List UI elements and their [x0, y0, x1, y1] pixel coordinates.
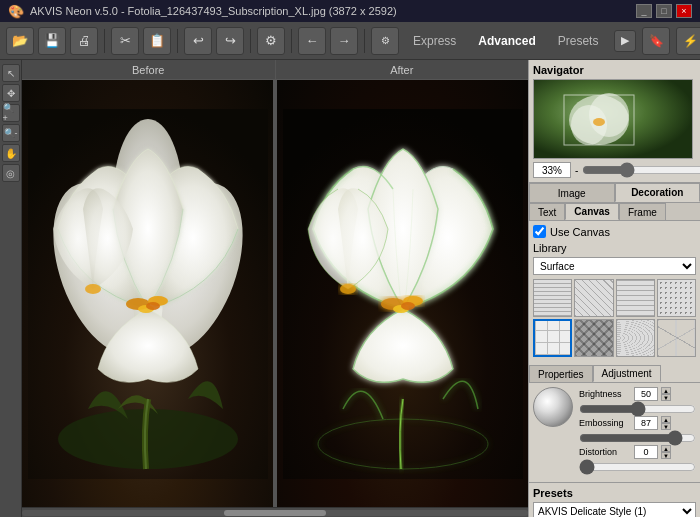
- arrow-left-button[interactable]: ←: [298, 27, 326, 55]
- minimize-button[interactable]: _: [636, 4, 652, 18]
- texture-lines[interactable]: [533, 279, 572, 317]
- separator-4: [291, 29, 292, 53]
- eyedrop-tool[interactable]: ◎: [2, 164, 20, 182]
- hand-tool[interactable]: ✋: [2, 144, 20, 162]
- prop-tab-group: Properties Adjustment: [529, 365, 700, 383]
- embossing-up[interactable]: ▲: [661, 416, 671, 423]
- close-button[interactable]: ×: [676, 4, 692, 18]
- use-canvas-label: Use Canvas: [550, 226, 610, 238]
- arrow-right-button[interactable]: →: [330, 27, 358, 55]
- tab-image[interactable]: Image: [529, 183, 615, 202]
- prop-tab-adjustment[interactable]: Adjustment: [593, 365, 661, 382]
- texture-dots[interactable]: [657, 279, 696, 317]
- prop-tab-properties[interactable]: Properties: [529, 365, 593, 382]
- extra-settings-button[interactable]: ⚙: [371, 27, 399, 55]
- navigator-preview[interactable]: [533, 79, 693, 159]
- settings-button[interactable]: ⚙: [257, 27, 285, 55]
- save-button[interactable]: 💾: [38, 27, 66, 55]
- texture-wave[interactable]: [616, 319, 655, 357]
- print-button[interactable]: 🖨: [70, 27, 98, 55]
- tab-presets[interactable]: Presets: [548, 31, 609, 51]
- zoom-input[interactable]: [533, 162, 571, 178]
- distortion-value[interactable]: [634, 445, 658, 459]
- adjustment-area: Brightness ▲ ▼ Embossing ▲: [529, 383, 700, 482]
- before-label: Before: [22, 60, 276, 79]
- zoom-row: - +: [533, 162, 696, 178]
- svg-point-8: [146, 302, 160, 310]
- bookmark-icon[interactable]: 🔖: [642, 27, 670, 55]
- mode-tabs-area: Express Advanced Presets ▶ 🔖 ⚡ ⚙ ●: [403, 27, 700, 55]
- flower-image: [22, 80, 273, 507]
- nav-preview-image: [534, 80, 692, 158]
- distortion-arrows: ▲ ▼: [661, 445, 671, 459]
- sub-tab-text[interactable]: Text: [529, 203, 565, 220]
- texture-coarse[interactable]: [574, 319, 613, 357]
- texture-noise[interactable]: [657, 319, 696, 357]
- presets-section: Presets AKVIS Delicate Style (1) Save De…: [529, 482, 700, 517]
- texture-diagonal[interactable]: [574, 279, 613, 317]
- distortion-up[interactable]: ▲: [661, 445, 671, 452]
- presets-dropdown[interactable]: AKVIS Delicate Style (1): [533, 502, 696, 517]
- brightness-row: Brightness ▲ ▼: [579, 387, 696, 401]
- brightness-slider[interactable]: [579, 404, 696, 414]
- embossing-value[interactable]: [634, 416, 658, 430]
- copy-button[interactable]: 📋: [143, 27, 171, 55]
- tab-decoration[interactable]: Decoration: [615, 183, 701, 202]
- separator-2: [177, 29, 178, 53]
- app-icon: 🎨: [8, 4, 24, 19]
- maximize-button[interactable]: □: [656, 4, 672, 18]
- svg-point-15: [401, 302, 415, 310]
- undo-button[interactable]: ↩: [184, 27, 212, 55]
- canvas-scrollbar[interactable]: [22, 507, 528, 517]
- flash-icon[interactable]: ⚡: [676, 27, 700, 55]
- navigator-section: Navigator: [529, 60, 700, 183]
- window-controls: _ □ ×: [636, 4, 692, 18]
- library-label: Library: [533, 242, 567, 254]
- library-row: Library: [533, 242, 696, 254]
- presets-title: Presets: [533, 487, 696, 499]
- brightness-down[interactable]: ▼: [661, 394, 671, 401]
- tab-advanced[interactable]: Advanced: [468, 31, 545, 51]
- zoom-out-tool[interactable]: 🔍-: [2, 124, 20, 142]
- embossing-slider[interactable]: [579, 433, 696, 443]
- after-flower: [277, 80, 528, 507]
- brightness-value[interactable]: [634, 387, 658, 401]
- zoom-slider[interactable]: [582, 165, 700, 175]
- embossing-label: Embossing: [579, 418, 631, 428]
- texture-cells[interactable]: [533, 319, 572, 357]
- brightness-label: Brightness: [579, 389, 631, 399]
- after-image: [277, 80, 528, 507]
- cut-button[interactable]: ✂: [111, 27, 139, 55]
- open-button[interactable]: 📂: [6, 27, 34, 55]
- canvas-images: [22, 80, 528, 507]
- tab-express[interactable]: Express: [403, 31, 466, 51]
- svg-point-21: [593, 118, 605, 126]
- embossing-down[interactable]: ▼: [661, 423, 671, 430]
- select-tool[interactable]: ↖: [2, 64, 20, 82]
- canvas-panel-content: Use Canvas Library Surface: [529, 221, 700, 365]
- separator-5: [364, 29, 365, 53]
- zoom-minus-icon: -: [575, 165, 578, 176]
- zoom-in-tool[interactable]: 🔍+: [2, 104, 20, 122]
- sub-tab-canvas[interactable]: Canvas: [565, 203, 619, 220]
- svg-point-16: [340, 284, 356, 294]
- brightness-up[interactable]: ▲: [661, 387, 671, 394]
- library-dropdown[interactable]: Surface: [533, 257, 696, 275]
- sub-tab-frame[interactable]: Frame: [619, 203, 666, 220]
- redo-button[interactable]: ↪: [216, 27, 244, 55]
- distortion-slider[interactable]: [579, 462, 696, 472]
- texture-cross[interactable]: [616, 279, 655, 317]
- canvas-area: Before After: [22, 60, 528, 517]
- before-canvas[interactable]: [22, 80, 273, 507]
- light-sphere[interactable]: [533, 387, 573, 427]
- after-canvas[interactable]: [277, 80, 528, 507]
- run-button[interactable]: ▶: [614, 30, 636, 52]
- use-canvas-checkbox[interactable]: [533, 225, 546, 238]
- separator-3: [250, 29, 251, 53]
- window-title: AKVIS Neon v.5.0 - Fotolia_126437493_Sub…: [30, 5, 397, 17]
- main-layout: ↖ ✥ 🔍+ 🔍- ✋ ◎ Before After: [0, 60, 700, 517]
- move-tool[interactable]: ✥: [2, 84, 20, 102]
- before-image: [22, 80, 273, 507]
- distortion-down[interactable]: ▼: [661, 452, 671, 459]
- svg-point-9: [85, 284, 101, 294]
